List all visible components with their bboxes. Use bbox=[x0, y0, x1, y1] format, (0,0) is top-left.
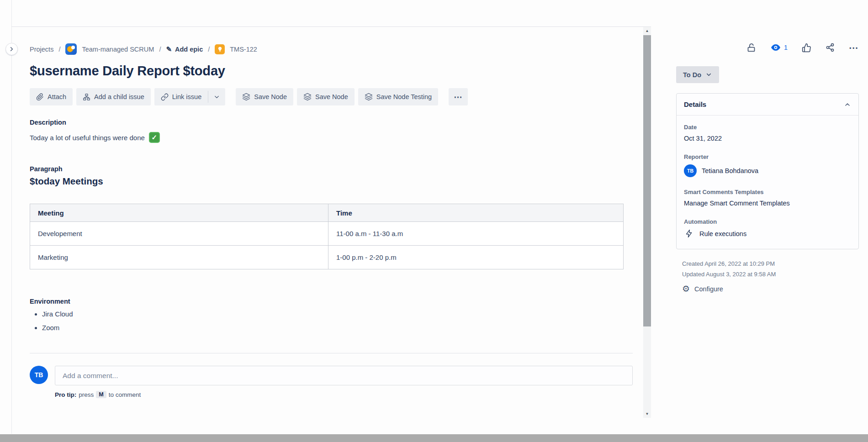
save-node-label: Save Node bbox=[315, 93, 348, 100]
share-button[interactable] bbox=[826, 43, 835, 52]
chevron-down-icon bbox=[213, 94, 220, 100]
layers-icon bbox=[365, 93, 373, 101]
meeting-column-header: Meeting bbox=[30, 204, 328, 222]
save-node-button-2[interactable]: Save Node bbox=[297, 88, 355, 105]
table-row: Developement 11-00 a.m - 11-30 a.m bbox=[30, 222, 624, 246]
updated-timestamp: Updated August 3, 2022 at 9:58 AM bbox=[682, 269, 859, 279]
breadcrumb-separator: / bbox=[159, 46, 161, 53]
meetings-table: Meeting Time Developement 11-00 a.m - 11… bbox=[30, 204, 624, 269]
attach-label: Attach bbox=[48, 93, 66, 100]
save-node-button-1[interactable]: Save Node bbox=[236, 88, 293, 105]
watch-button[interactable]: 1 bbox=[770, 42, 788, 53]
reporter-value[interactable]: TB Tetiana Bohdanova bbox=[684, 164, 851, 177]
breadcrumb-project[interactable]: Team-managed SCRUM bbox=[82, 46, 154, 53]
breadcrumb: Projects / Team-managed SCRUM / ✎ Add ep… bbox=[30, 43, 633, 55]
description-value: Today a lot of useful things were done bbox=[30, 134, 145, 142]
link-icon bbox=[161, 93, 169, 101]
issue-main-column: Projects / Team-managed SCRUM / ✎ Add ep… bbox=[30, 43, 633, 398]
unlock-icon bbox=[746, 43, 756, 53]
manage-smart-comment-templates-link[interactable]: Manage Smart Comment Templates bbox=[684, 200, 851, 207]
issue-toolbar: Attach Add a child issue Link issue bbox=[30, 88, 633, 105]
link-issue-button[interactable]: Link issue bbox=[154, 88, 208, 105]
rule-executions-link[interactable]: Rule executions bbox=[684, 229, 851, 238]
layers-icon bbox=[303, 93, 312, 101]
section-divider bbox=[30, 353, 633, 353]
scroll-up-arrow[interactable]: ▲ bbox=[643, 27, 651, 35]
lightning-bolt-icon bbox=[685, 229, 693, 238]
layers-icon bbox=[242, 93, 250, 101]
project-avatar-icon bbox=[65, 43, 77, 55]
expand-sidebar-button[interactable] bbox=[5, 43, 18, 55]
paperclip-icon bbox=[36, 93, 44, 101]
issue-title[interactable]: $username Daily Report $today bbox=[30, 63, 633, 79]
reporter-field: Reporter TB Tetiana Bohdanova bbox=[684, 153, 851, 177]
protip-press: press bbox=[79, 391, 94, 398]
link-issue-split-button: Link issue bbox=[154, 88, 225, 105]
current-user-avatar[interactable]: TB bbox=[30, 366, 48, 384]
breadcrumb-issue-key[interactable]: TMS-122 bbox=[230, 46, 257, 53]
add-epic-label: Add epic bbox=[175, 46, 203, 53]
issue-type-icon bbox=[215, 44, 225, 54]
reporter-label: Reporter bbox=[684, 153, 851, 160]
issue-meta-footer: Created April 26, 2022 at 10:29 PM Updat… bbox=[676, 258, 859, 293]
details-panel: Details Date Oct 31, 2022 Reporter TB Te… bbox=[676, 93, 859, 249]
jira-issue-view: Projects / Team-managed SCRUM / ✎ Add ep… bbox=[0, 0, 868, 442]
table-header-row: Meeting Time bbox=[30, 204, 624, 222]
sidebar-divider bbox=[11, 0, 12, 434]
time-cell: 1-00 p.m - 2-20 p.m bbox=[328, 246, 624, 269]
date-value[interactable]: Oct 31, 2022 bbox=[684, 135, 851, 142]
date-field: Date Oct 31, 2022 bbox=[684, 124, 851, 142]
breadcrumb-projects[interactable]: Projects bbox=[30, 46, 53, 53]
smart-comments-templates-field: Smart Comments Templates Manage Smart Co… bbox=[684, 189, 851, 207]
chevron-down-icon bbox=[705, 71, 712, 78]
save-node-label: Save Node bbox=[254, 93, 287, 100]
created-timestamp: Created April 26, 2022 at 10:29 PM bbox=[682, 258, 859, 269]
keyboard-key-m: M bbox=[96, 391, 106, 398]
smart-comments-templates-label: Smart Comments Templates bbox=[684, 189, 851, 195]
status-label: To Do bbox=[683, 71, 701, 79]
pencil-icon: ✎ bbox=[166, 45, 172, 53]
vote-button[interactable] bbox=[802, 43, 811, 53]
add-child-issue-button[interactable]: Add a child issue bbox=[76, 88, 151, 105]
toolbar-more-button[interactable]: ⋯ bbox=[449, 88, 468, 105]
breadcrumb-separator: / bbox=[208, 46, 210, 53]
environment-list: Jira Cloud Zoom bbox=[30, 310, 633, 332]
share-icon bbox=[826, 43, 835, 52]
save-node-testing-button[interactable]: Save Node Testing bbox=[358, 88, 438, 105]
automation-label: Automation bbox=[684, 218, 851, 225]
meetings-heading: $today Meetings bbox=[30, 176, 633, 187]
save-node-testing-label: Save Node Testing bbox=[376, 93, 432, 100]
paragraph-label: Paragraph bbox=[30, 165, 633, 173]
bottom-gray-bar bbox=[0, 434, 868, 442]
thumbs-up-icon bbox=[802, 43, 811, 53]
table-row: Marketing 1-00 p.m - 2-20 p.m bbox=[30, 246, 624, 269]
restrictions-button[interactable] bbox=[746, 43, 756, 53]
gear-icon: ⚙ bbox=[682, 284, 690, 293]
issue-actions-row: 1 ⋯ bbox=[676, 41, 859, 54]
content-top-divider bbox=[11, 26, 651, 27]
breadcrumb-add-epic[interactable]: ✎ Add epic bbox=[166, 45, 203, 53]
watchers-count: 1 bbox=[784, 44, 788, 51]
scroll-down-arrow[interactable]: ▼ bbox=[643, 410, 651, 418]
description-text[interactable]: Today a lot of useful things were done ✓ bbox=[30, 132, 633, 143]
comment-composer: TB bbox=[30, 366, 633, 385]
details-panel-body: Date Oct 31, 2022 Reporter TB Tetiana Bo… bbox=[677, 116, 858, 249]
configure-button[interactable]: ⚙ Configure bbox=[682, 284, 859, 293]
details-title: Details bbox=[684, 100, 706, 108]
details-panel-header[interactable]: Details bbox=[677, 94, 858, 116]
reporter-name: Tetiana Bohdanova bbox=[702, 167, 758, 174]
comment-protip: Pro tip: press M to comment bbox=[55, 391, 633, 398]
add-child-issue-label: Add a child issue bbox=[94, 93, 144, 100]
time-column-header: Time bbox=[328, 204, 624, 222]
more-actions-button[interactable]: ⋯ bbox=[849, 43, 859, 53]
attach-button[interactable]: Attach bbox=[30, 88, 73, 105]
environment-label: Environment bbox=[30, 298, 633, 305]
link-issue-dropdown-button[interactable] bbox=[208, 88, 225, 105]
meeting-cell: Marketing bbox=[30, 246, 328, 269]
scrollbar-thumb[interactable] bbox=[643, 35, 651, 326]
reporter-avatar: TB bbox=[684, 164, 697, 177]
chevron-right-icon bbox=[8, 46, 15, 53]
status-dropdown[interactable]: To Do bbox=[676, 66, 719, 83]
add-comment-input[interactable] bbox=[55, 366, 633, 385]
content-scrollbar[interactable]: ▲ ▼ bbox=[643, 27, 651, 418]
